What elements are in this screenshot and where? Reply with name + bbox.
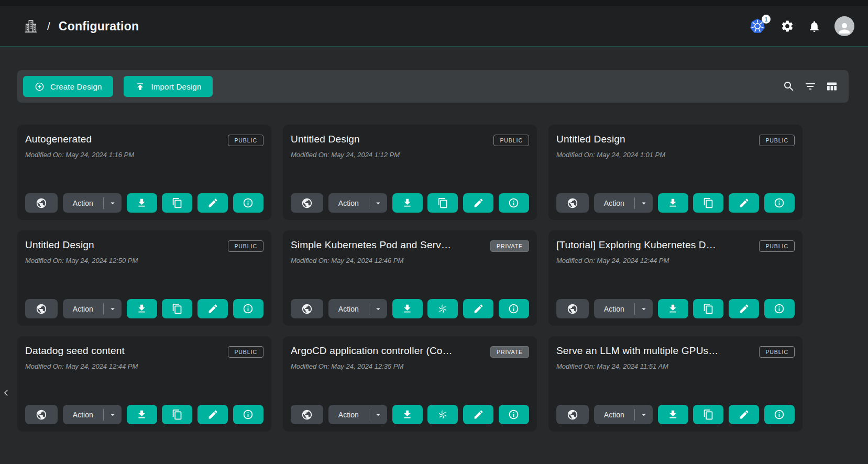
edit-button[interactable] [463, 193, 493, 213]
visibility-globe-button[interactable] [556, 405, 589, 424]
action-dropdown-toggle[interactable] [635, 410, 653, 419]
info-button[interactable] [499, 193, 529, 213]
design-pinwheel-button[interactable] [427, 405, 458, 424]
download-button[interactable] [127, 405, 157, 424]
edit-button[interactable] [729, 193, 759, 213]
info-button[interactable] [233, 299, 263, 318]
filter-button[interactable] [804, 80, 817, 93]
modified-on-label: Modified On: May 24, 2024 1:12 PM [291, 151, 529, 159]
action-dropdown-toggle[interactable] [369, 410, 387, 419]
edit-button[interactable] [197, 405, 228, 424]
action-split-button[interactable]: Action [63, 193, 122, 213]
action-dropdown-toggle[interactable] [369, 198, 387, 208]
design-card[interactable]: Untitled Design PUBLIC Modified On: May … [17, 230, 271, 326]
action-split-button[interactable]: Action [328, 299, 387, 318]
download-button[interactable] [127, 299, 157, 318]
action-split-button[interactable]: Action [328, 405, 387, 424]
design-pinwheel-button[interactable] [427, 299, 458, 318]
action-split-button[interactable]: Action [63, 299, 122, 318]
edit-button[interactable] [197, 299, 228, 318]
pinwheel-icon [437, 409, 448, 421]
action-split-button[interactable]: Action [594, 193, 653, 213]
design-card[interactable]: Untitled Design PUBLIC Modified On: May … [283, 125, 537, 220]
download-button[interactable] [392, 193, 423, 213]
design-title: Untitled Design [556, 134, 625, 145]
building-icon[interactable] [23, 18, 39, 34]
action-split-button[interactable]: Action [63, 405, 122, 424]
action-button-label: Action [594, 199, 634, 207]
action-split-button[interactable]: Action [594, 405, 653, 424]
download-button[interactable] [127, 193, 157, 213]
action-dropdown-toggle[interactable] [104, 410, 122, 419]
visibility-globe-button[interactable] [556, 193, 589, 213]
visibility-globe-button[interactable] [291, 193, 323, 213]
visibility-globe-button[interactable] [25, 193, 58, 213]
clone-button[interactable] [162, 299, 192, 318]
clone-button[interactable] [427, 193, 458, 213]
download-button[interactable] [392, 405, 423, 424]
search-icon [783, 80, 795, 93]
clone-button[interactable] [162, 405, 192, 424]
download-button[interactable] [658, 299, 688, 318]
action-dropdown-toggle[interactable] [635, 198, 653, 208]
pencil-icon [739, 197, 750, 208]
design-card[interactable]: Serve an LLM with multiple GPUs… PUBLIC … [548, 336, 803, 432]
info-button[interactable] [233, 193, 263, 213]
download-button[interactable] [392, 299, 423, 318]
copy-icon [703, 303, 714, 314]
avatar[interactable] [834, 16, 854, 36]
info-button[interactable] [764, 193, 795, 213]
download-button[interactable] [658, 405, 688, 424]
clone-button[interactable] [693, 299, 723, 318]
edit-button[interactable] [197, 193, 228, 213]
design-card[interactable]: Simple Kubernetes Pod and Serv… PRIVATE … [283, 230, 537, 326]
download-button[interactable] [658, 193, 688, 213]
design-card[interactable]: ArgoCD application controller (Co… PRIVA… [283, 336, 537, 432]
kubernetes-context-count-badge: 1 [762, 15, 771, 24]
settings-button[interactable] [781, 19, 794, 33]
create-design-button[interactable]: Create Design [23, 76, 113, 97]
visibility-globe-button[interactable] [291, 405, 323, 424]
info-button[interactable] [499, 299, 529, 318]
clone-button[interactable] [693, 193, 723, 213]
action-dropdown-toggle[interactable] [104, 198, 122, 208]
action-dropdown-toggle[interactable] [635, 304, 653, 314]
edit-button[interactable] [463, 405, 493, 424]
info-button[interactable] [764, 299, 795, 318]
visibility-globe-button[interactable] [25, 405, 58, 424]
design-card[interactable]: Autogenerated PUBLIC Modified On: May 24… [17, 125, 271, 220]
info-button[interactable] [499, 405, 529, 424]
info-button[interactable] [233, 405, 263, 424]
table-view-button[interactable] [826, 80, 838, 93]
notifications-button[interactable] [808, 20, 821, 33]
clone-button[interactable] [693, 405, 723, 424]
action-split-button[interactable]: Action [328, 193, 387, 213]
action-dropdown-toggle[interactable] [104, 304, 122, 314]
visibility-globe-button[interactable] [291, 299, 323, 318]
chevron-down-icon [639, 304, 649, 314]
sidebar-collapse-chevron[interactable] [1, 384, 12, 401]
visibility-globe-button[interactable] [25, 299, 58, 318]
action-dropdown-toggle[interactable] [369, 304, 387, 314]
kubernetes-context-button[interactable]: 1 [748, 17, 767, 36]
design-card[interactable]: Datadog seed content PUBLIC Modified On:… [17, 336, 271, 432]
card-action-row: Action [291, 405, 529, 424]
visibility-globe-button[interactable] [556, 299, 589, 318]
search-button[interactable] [783, 80, 795, 93]
info-button[interactable] [764, 405, 795, 424]
download-icon [667, 197, 678, 208]
card-action-row: Action [25, 193, 263, 213]
design-card[interactable]: [Tutorial] Exploring Kubernetes D… PUBLI… [548, 230, 803, 326]
design-card[interactable]: Untitled Design PUBLIC Modified On: May … [548, 125, 803, 220]
copy-icon [703, 197, 714, 208]
action-split-button[interactable]: Action [594, 299, 653, 318]
clone-button[interactable] [162, 193, 192, 213]
edit-button[interactable] [729, 405, 759, 424]
edit-button[interactable] [729, 299, 759, 318]
card-action-row: Action [291, 193, 529, 213]
edit-button[interactable] [463, 299, 493, 318]
upload-icon [135, 82, 145, 92]
modified-on-label: Modified On: May 24, 2024 12:44 PM [556, 257, 795, 264]
visibility-badge: PUBLIC [228, 346, 263, 358]
import-design-button[interactable]: Import Design [124, 76, 213, 97]
